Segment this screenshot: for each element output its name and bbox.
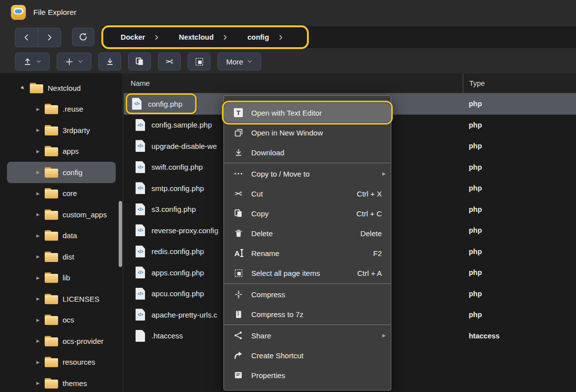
file-annotation-ring: </>config.php <box>126 93 197 114</box>
sidebar-scrollbar[interactable] <box>119 201 122 267</box>
forward-button[interactable] <box>38 28 61 47</box>
sidebar-item-label: data <box>63 231 77 240</box>
menu-item-label: Copy <box>251 209 269 218</box>
breadcrumb-item-config[interactable]: config <box>228 33 284 41</box>
download-icon <box>105 57 115 66</box>
menu-item-compress-to-7z[interactable]: Compress to 7z <box>224 304 391 324</box>
file-type: php <box>463 205 576 213</box>
back-button[interactable] <box>15 28 38 47</box>
title-bar: File Explorer <box>0 0 576 25</box>
folder-icon <box>45 378 58 389</box>
collapsed-triangle-icon[interactable]: ▶ <box>35 191 41 196</box>
chevron-down-icon <box>77 59 83 65</box>
sidebar-item-3rdparty[interactable]: ▶3rdparty <box>7 120 116 141</box>
sidebar-item-label: lib <box>63 273 70 282</box>
file-name: s3.config.php <box>151 205 196 213</box>
sidebar-item-licenses[interactable]: ▶LICENSES <box>7 288 116 310</box>
select-all-button[interactable] <box>188 53 211 70</box>
collapsed-triangle-icon[interactable]: ▶ <box>35 149 41 154</box>
column-header-type[interactable]: Type <box>463 73 576 93</box>
collapsed-triangle-icon[interactable]: ▶ <box>35 296 41 301</box>
menu-item-copy-to-move-to[interactable]: Copy to / Move to▶ <box>224 164 391 184</box>
cut-button[interactable]: ✂ <box>158 53 181 70</box>
chevron-right-icon <box>278 34 284 41</box>
chevron-left-icon <box>22 33 31 42</box>
copy-icon <box>232 208 245 218</box>
file-name: config.php <box>148 100 182 108</box>
menu-item-properties[interactable]: Properties <box>224 365 391 385</box>
collapsed-triangle-icon[interactable]: ▶ <box>35 128 41 132</box>
folder-icon <box>45 252 58 262</box>
breadcrumb: DockerNextcloudconfig <box>102 26 576 48</box>
menu-item-open-with-text-editor[interactable]: TOpen with Text Editor <box>224 103 391 123</box>
collapsed-triangle-icon[interactable]: ▶ <box>35 212 41 217</box>
sidebar-item-label: config <box>63 168 82 177</box>
collapsed-triangle-icon[interactable]: ▶ <box>35 338 41 343</box>
new-item-button[interactable] <box>57 53 91 70</box>
file-name: apcu.config.php <box>151 289 204 298</box>
expanded-triangle-icon[interactable]: ▶ <box>19 84 27 92</box>
upload-button[interactable] <box>15 53 50 70</box>
collapsed-triangle-icon[interactable]: ▶ <box>35 233 41 238</box>
copy-button[interactable] <box>128 53 151 70</box>
open-new-window-icon <box>232 128 245 137</box>
breadcrumb-item-nextcloud[interactable]: Nextcloud <box>160 33 228 41</box>
collapsed-triangle-icon[interactable]: ▶ <box>35 275 41 280</box>
sidebar-item-dist[interactable]: ▶dist <box>7 246 116 267</box>
menu-separator <box>224 325 391 325</box>
folder-tree-sidebar: ▶Nextcloud▶.reuse▶3rdparty▶apps▶config▶c… <box>0 73 123 392</box>
menu-item-compress[interactable]: Compress <box>224 284 391 304</box>
menu-item-copy[interactable]: CopyCtrl + C <box>224 203 391 223</box>
menu-item-create-shortcut[interactable]: Create Shortcut <box>224 345 391 365</box>
menu-item-label: Create Shortcut <box>251 351 303 360</box>
sidebar-item-data[interactable]: ▶data <box>7 225 116 247</box>
php-code-file-icon: </> <box>136 246 145 258</box>
menu-separator <box>224 163 391 163</box>
file-type: php <box>463 268 576 276</box>
collapsed-triangle-icon[interactable]: ▶ <box>35 170 41 175</box>
sidebar-item-config[interactable]: ▶config <box>7 162 116 183</box>
folder-icon <box>45 209 58 220</box>
trash-icon <box>232 229 245 238</box>
menu-item-delete[interactable]: DeleteDelete <box>224 223 391 243</box>
share-icon <box>232 330 245 340</box>
sidebar-item-themes[interactable]: ▶themes <box>7 373 116 392</box>
chevron-right-icon <box>222 34 228 41</box>
collapsed-triangle-icon[interactable]: ▶ <box>35 318 41 323</box>
collapsed-triangle-icon[interactable]: ▶ <box>35 107 41 112</box>
sidebar-item-apps[interactable]: ▶apps <box>7 141 116 162</box>
menu-item-shortcut: Delete <box>360 229 384 238</box>
file-type: php <box>463 184 576 192</box>
menu-item-select-all-page-items[interactable]: Select all page itemsCtrl + A <box>224 263 391 283</box>
breadcrumb-item-docker[interactable]: Docker <box>102 33 160 41</box>
collapsed-triangle-icon[interactable]: ▶ <box>35 254 41 259</box>
collapsed-triangle-icon[interactable]: ▶ <box>35 381 41 386</box>
menu-item-open-in-new-window[interactable]: Open in New Window <box>224 123 391 142</box>
sidebar-item-nextcloud[interactable]: ▶Nextcloud <box>7 77 116 99</box>
collapsed-triangle-icon[interactable]: ▶ <box>35 360 41 365</box>
sidebar-item-custom_apps[interactable]: ▶custom_apps <box>7 204 116 225</box>
sidebar-item-lib[interactable]: ▶lib <box>7 267 116 289</box>
sidebar-item-.reuse[interactable]: ▶.reuse <box>7 99 116 120</box>
menu-item-rename[interactable]: ARenameF2 <box>224 243 391 263</box>
sidebar-item-ocs-provider[interactable]: ▶ocs-provider <box>7 330 116 352</box>
sidebar-item-label: Nextcloud <box>48 84 81 92</box>
sidebar-item-resources[interactable]: ▶resources <box>7 352 116 373</box>
download-button[interactable] <box>98 53 121 70</box>
sidebar-item-core[interactable]: ▶core <box>7 183 116 204</box>
more-button-label: More <box>226 58 243 66</box>
sidebar-item-label: resources <box>63 358 95 366</box>
file-type: htaccess <box>463 332 576 340</box>
menu-item-download[interactable]: Download <box>224 142 391 162</box>
refresh-icon <box>78 32 88 42</box>
menu-item-shortcut: Ctrl + A <box>357 269 384 277</box>
menu-item-label: Open in New Window <box>251 129 323 137</box>
menu-item-cut[interactable]: ✂CutCtrl + X <box>224 184 391 203</box>
menu-item-shortcut: F2 <box>373 249 384 258</box>
folder-icon <box>45 315 58 325</box>
column-header-name[interactable]: Name <box>124 73 463 93</box>
more-button[interactable]: More <box>217 53 261 70</box>
menu-item-share[interactable]: Share▶ <box>224 326 391 345</box>
sidebar-item-ocs[interactable]: ▶ocs <box>7 310 116 331</box>
refresh-button[interactable] <box>72 28 94 46</box>
